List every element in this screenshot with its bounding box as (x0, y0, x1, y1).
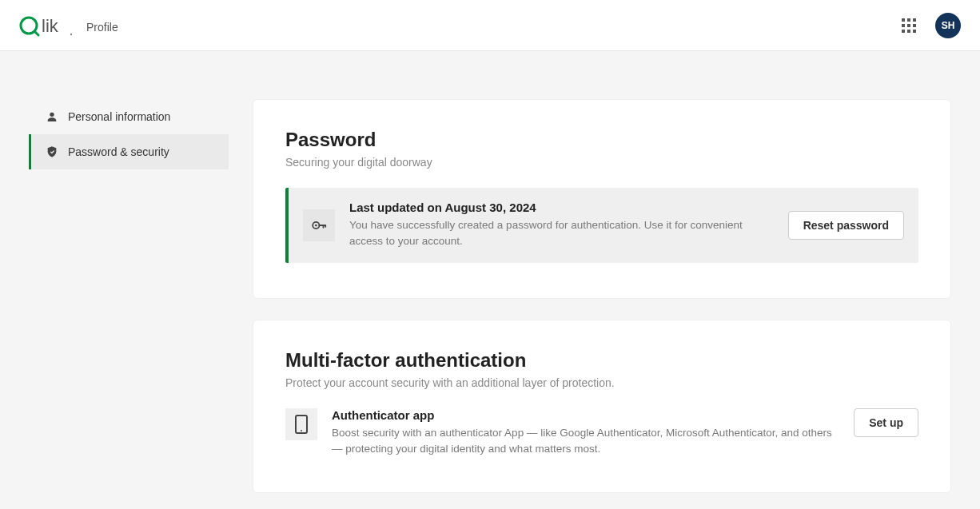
topbar-left: lik Profile (19, 14, 118, 37)
password-notice-body: Last updated on August 30, 2024 You have… (349, 201, 774, 250)
svg-point-3 (70, 33, 72, 34)
avatar[interactable]: SH (935, 13, 961, 38)
password-notice-desc: You have successfully created a password… (349, 217, 774, 250)
password-notice-title: Last updated on August 30, 2024 (349, 201, 774, 214)
setup-button[interactable]: Set up (854, 408, 918, 437)
mfa-item-title: Authenticator app (332, 408, 839, 422)
svg-point-13 (50, 113, 54, 117)
sidebar: Personal information Password & security (29, 99, 229, 169)
shield-icon (46, 145, 58, 158)
password-subtitle: Securing your digital doorway (285, 156, 918, 169)
topbar-right: SH (897, 13, 961, 38)
mfa-authenticator-row: Authenticator app Boost security with an… (285, 408, 918, 458)
topbar: lik Profile SH (0, 0, 980, 51)
password-card: Password Securing your digital doorway L… (253, 99, 951, 299)
sidebar-item-personal-information[interactable]: Personal information (29, 99, 229, 134)
mfa-item-body: Authenticator app Boost security with an… (332, 408, 839, 458)
svg-rect-11 (907, 30, 910, 33)
apps-grid-icon[interactable] (897, 14, 921, 38)
svg-line-1 (34, 31, 38, 35)
password-notice: Last updated on August 30, 2024 You have… (285, 188, 918, 263)
svg-point-17 (301, 430, 302, 431)
mfa-subtitle: Protect your account security with an ad… (285, 376, 918, 389)
svg-point-15 (315, 224, 317, 226)
phone-icon (285, 408, 317, 440)
person-icon (46, 110, 58, 123)
svg-rect-9 (913, 24, 916, 27)
layout: Personal information Password & security… (0, 51, 980, 509)
svg-rect-4 (902, 18, 905, 22)
svg-rect-10 (902, 30, 905, 33)
sidebar-item-password-security[interactable]: Password & security (29, 134, 229, 169)
sidebar-item-label: Personal information (68, 110, 170, 123)
sidebar-item-label: Password & security (68, 145, 169, 158)
mfa-title: Multi-factor authentication (285, 349, 918, 372)
svg-rect-5 (907, 18, 910, 22)
mfa-item-desc: Boost security with an authenticator App… (332, 425, 839, 458)
svg-rect-12 (913, 30, 916, 33)
page-label: Profile (86, 21, 118, 34)
avatar-initials: SH (942, 20, 955, 31)
main-content: Password Securing your digital doorway L… (253, 99, 951, 493)
svg-rect-6 (913, 18, 916, 22)
reset-password-button[interactable]: Reset password (788, 211, 904, 240)
svg-text:lik: lik (42, 16, 59, 36)
mfa-card: Multi-factor authentication Protect your… (253, 320, 951, 494)
qlik-logo[interactable]: lik (19, 14, 75, 37)
password-title: Password (285, 129, 918, 151)
key-icon (303, 209, 335, 241)
svg-rect-8 (907, 24, 910, 27)
svg-rect-7 (902, 24, 905, 27)
